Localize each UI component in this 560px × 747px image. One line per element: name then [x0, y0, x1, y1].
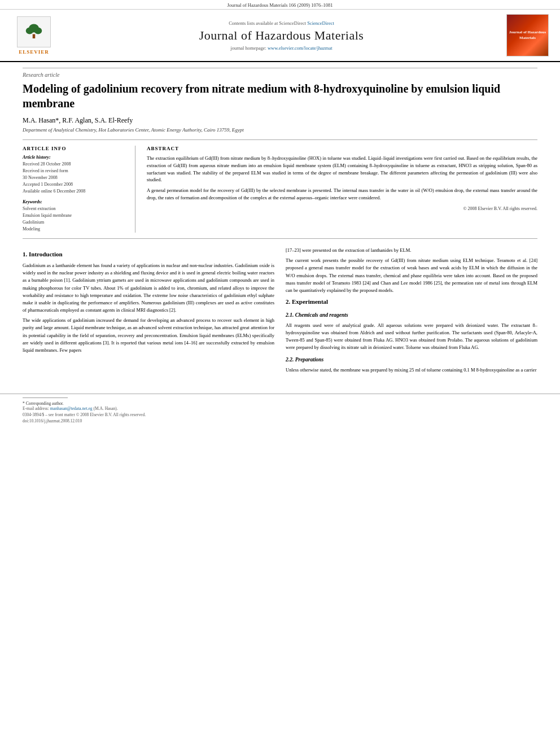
- author-email: manhasan@tedata.net.eg: [50, 406, 93, 411]
- paper-title: Modeling of gadolinium recovery from nit…: [23, 81, 537, 111]
- keyword-4: Modeling: [23, 226, 127, 233]
- elsevier-logo: ELSEVIER: [11, 16, 56, 55]
- footer-copyright: 0304-3894/$ – see front matter © 2008 El…: [23, 412, 537, 417]
- article-type-label: Research article: [23, 68, 537, 78]
- keywords-label: Keywords:: [23, 199, 127, 204]
- right-para2: The current work presents the possible r…: [286, 257, 537, 294]
- abstract-para1: The extraction equilibrium of Gd(III) fr…: [147, 155, 537, 184]
- intro-para1: Gadolinium as a lanthanide element has f…: [23, 262, 274, 314]
- journal-cover-image: Journal of Hazardous Materials: [506, 14, 549, 56]
- received-date1: Received 28 October 2008: [23, 161, 127, 168]
- footer-doi: doi:10.1016/j.jhazmat.2008.12.010: [23, 418, 537, 423]
- svg-rect-3: [33, 34, 36, 39]
- elsevier-tree-icon: [23, 23, 45, 40]
- chemicals-subheading: 2.1. Chemicals and reagents: [286, 311, 537, 320]
- svg-point-2: [34, 28, 42, 34]
- page-footer: * Corresponding author. E-mail address: …: [0, 394, 560, 428]
- elsevier-brand-text: ELSEVIER: [19, 49, 49, 55]
- sciencedirect-link[interactable]: ScienceDirect: [307, 20, 334, 26]
- homepage-link[interactable]: www.elsevier.com/locate/jhazmat: [268, 45, 333, 51]
- article-info-abstract-section: ARTICLE INFO Article history: Received 2…: [23, 139, 537, 239]
- corresponding-author-note: * Corresponding author.: [23, 401, 537, 406]
- keyword-2: Emulsion liquid membrane: [23, 212, 127, 219]
- body-text-section: 1. Introduction Gadolinium as a lanthani…: [23, 247, 537, 377]
- body-right-column: [17–23] were presented on the extraction…: [286, 247, 537, 377]
- chemicals-para: All reagents used were of analytical gra…: [286, 322, 537, 352]
- abstract-para2: A general permeation model for the recov…: [147, 187, 537, 202]
- intro-para2: The wide applications of gadolinium incr…: [23, 317, 274, 354]
- received-revised-date: 30 November 2008: [23, 174, 127, 181]
- email-line: E-mail address: manhasan@tedata.net.eg (…: [23, 406, 537, 411]
- received-revised-label: Received in revised form: [23, 168, 127, 174]
- right-para1: [17–23] were presented on the extraction…: [286, 247, 537, 254]
- accepted-date: Accepted 1 December 2008: [23, 181, 127, 188]
- available-date: Available online 6 December 2008: [23, 188, 127, 195]
- footer-rule: [23, 397, 68, 398]
- article-info-heading: ARTICLE INFO: [23, 146, 127, 151]
- affiliation: Department of Analytical Chemistry, Hot …: [23, 127, 537, 133]
- authors: M.A. Hasan*, R.F. Aglan, S.A. El-Reefy: [23, 116, 537, 125]
- elsevier-logo-box: [17, 16, 51, 47]
- history-label: Article history:: [23, 155, 127, 160]
- preparations-para: Unless otherwise stated, the membrane wa…: [286, 366, 537, 374]
- keyword-1: Solvent extraction: [23, 206, 127, 212]
- keywords-section: Keywords: Solvent extraction Emulsion li…: [23, 199, 127, 233]
- journal-header: ELSEVIER Contents lists available at Sci…: [0, 10, 560, 62]
- keyword-3: Gadolinium: [23, 219, 127, 226]
- copyright-line: © 2008 Elsevier B.V. All rights reserved…: [147, 206, 537, 211]
- experimental-heading: 2. Experimental: [286, 297, 537, 307]
- abstract-column: ABSTRACT The extraction equilibrium of G…: [147, 146, 537, 233]
- article-history-section: Article history: Received 28 October 200…: [23, 155, 127, 195]
- abstract-heading: ABSTRACT: [147, 146, 537, 151]
- body-left-column: 1. Introduction Gadolinium as a lanthani…: [23, 247, 274, 377]
- intro-heading: 1. Introduction: [23, 250, 274, 259]
- main-content: Research article Modeling of gadolinium …: [0, 62, 560, 388]
- journal-header-center: Contents lists available at ScienceDirec…: [56, 20, 506, 51]
- article-info-column: ARTICLE INFO Article history: Received 2…: [23, 146, 135, 233]
- abstract-text: The extraction equilibrium of Gd(III) fr…: [147, 155, 537, 202]
- preparations-subheading: 2.2. Preparations: [286, 356, 537, 364]
- journal-title: Journal of Hazardous Materials: [56, 28, 506, 43]
- svg-point-1: [26, 28, 34, 34]
- journal-homepage: journal homepage: www.elsevier.com/locat…: [56, 45, 506, 51]
- contents-line: Contents lists available at ScienceDirec…: [56, 20, 506, 26]
- cover-text: Journal of Hazardous Materials: [507, 28, 548, 42]
- journal-citation: Journal of Hazardous Materials 166 (2009…: [0, 0, 560, 10]
